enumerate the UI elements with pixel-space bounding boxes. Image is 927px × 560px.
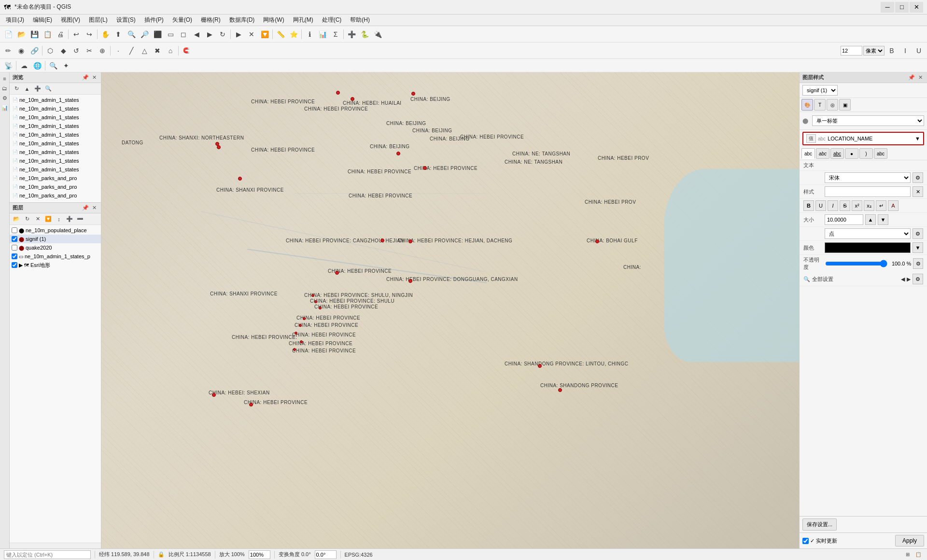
- filter-btn[interactable]: 🔽: [258, 28, 271, 41]
- font-unit-select[interactable]: 像素: [863, 46, 885, 56]
- browser-item-7[interactable]: 📄ne_10m_admin_1_states: [11, 156, 100, 165]
- zoom-layer-btn[interactable]: ◻: [177, 28, 190, 41]
- layers-side-icon[interactable]: ≡: [0, 74, 9, 83]
- value-field-row[interactable]: 值 abc LOCATION_NAME ▼: [802, 132, 924, 145]
- browser-item-3[interactable]: 📄ne_10m_admin_1_states: [11, 122, 100, 130]
- strikethrough-format-btn[interactable]: S: [840, 200, 850, 211]
- realtime-update-check[interactable]: ✓ 实时更新: [802, 537, 837, 545]
- quake-point-19[interactable]: [300, 340, 303, 343]
- location-input[interactable]: [4, 550, 91, 559]
- layers-close-btn[interactable]: ✕: [90, 204, 98, 212]
- browser-refresh-btn[interactable]: ↻: [12, 84, 21, 94]
- browser-item-8[interactable]: 📄ne_10m_admin_1_states: [11, 165, 100, 174]
- menu-item-w[interactable]: 网络(W): [259, 15, 288, 25]
- vector-btn[interactable]: ⬡: [44, 44, 56, 57]
- layer-checkbox-esri[interactable]: [12, 262, 17, 268]
- close-button[interactable]: ✕: [910, 2, 923, 13]
- quake-point-4[interactable]: [217, 145, 221, 149]
- save-as-btn[interactable]: 📋: [41, 28, 54, 41]
- identify-btn[interactable]: ℹ: [303, 28, 316, 41]
- spatial-bookmark-btn[interactable]: ⭐: [287, 28, 300, 41]
- layer-expand-esri[interactable]: ▶: [19, 262, 23, 268]
- font-unit-select[interactable]: 点: [825, 228, 911, 239]
- layer-item-admin1[interactable]: ▭ ne_10m_admin_1_states_p: [10, 252, 101, 261]
- quake-point-0[interactable]: [336, 91, 340, 95]
- stats-btn[interactable]: Σ: [329, 28, 342, 41]
- layers-filter-btn[interactable]: 🔽: [43, 214, 53, 224]
- quake-point-24[interactable]: [249, 403, 253, 406]
- abc-tab-0[interactable]: abc: [801, 148, 815, 159]
- opacity-slider[interactable]: [825, 262, 887, 266]
- browser-item-6[interactable]: 📄ne_10m_admin_1_states: [11, 148, 100, 156]
- merge-btn[interactable]: ⊕: [96, 44, 109, 57]
- quake-point-23[interactable]: [212, 393, 216, 397]
- bold-format-btn[interactable]: B: [803, 200, 814, 211]
- text-color-btn[interactable]: A: [888, 200, 899, 211]
- layer-item-signif[interactable]: ⬤ signif (1): [10, 235, 101, 243]
- refresh-btn[interactable]: ↻: [216, 28, 229, 41]
- quake-point-7[interactable]: [423, 166, 427, 170]
- font-size-down-btn[interactable]: ▼: [878, 214, 888, 225]
- right-panel-close-btn[interactable]: ✕: [916, 74, 924, 82]
- browser-item-11[interactable]: 📄ne_10m_parks_and_pro: [11, 191, 100, 200]
- status-log-btn[interactable]: 📋: [913, 550, 923, 560]
- realtime-checkbox[interactable]: [802, 538, 809, 544]
- save-project-btn[interactable]: 💾: [28, 28, 41, 41]
- superscript-btn[interactable]: x²: [852, 200, 862, 211]
- quake-point-10[interactable]: [595, 239, 599, 243]
- quake-point-9[interactable]: [408, 239, 412, 243]
- font-settings-btn[interactable]: ⚙: [913, 172, 923, 183]
- browser-filter-btn[interactable]: 🔍: [43, 84, 53, 94]
- browser-close-btn[interactable]: ✕: [90, 74, 98, 82]
- abc-tab-2[interactable]: abc: [830, 148, 844, 159]
- redo-btn[interactable]: ↪: [83, 28, 96, 41]
- style-layer-dropdown[interactable]: signif (1): [802, 85, 838, 96]
- add-layer-btn[interactable]: ➕: [345, 28, 358, 41]
- style-tab-diagram[interactable]: ◎: [827, 99, 838, 111]
- browser-side-icon[interactable]: 🗂: [0, 84, 9, 93]
- quake-point-13[interactable]: [311, 294, 314, 297]
- snapping-btn[interactable]: 🔗: [28, 44, 41, 57]
- menu-item-c[interactable]: 处理(C): [318, 15, 346, 25]
- plugin-btn[interactable]: 🔌: [371, 28, 384, 41]
- browser-item-2[interactable]: 📄ne_10m_admin_1_states: [11, 113, 100, 122]
- select-btn[interactable]: ▶: [232, 28, 245, 41]
- style-tab-3d[interactable]: ▣: [839, 99, 851, 111]
- quake-point-1[interactable]: [351, 97, 354, 101]
- quake-point-12[interactable]: [408, 279, 412, 283]
- search-btn[interactable]: 🔍: [47, 59, 59, 72]
- browser-item-0[interactable]: 📄ne_10m_admin_1_states: [11, 96, 100, 104]
- layer-checkbox-admin1[interactable]: [12, 253, 17, 259]
- menu-item-s[interactable]: 设置(S): [112, 15, 140, 25]
- save-settings-button[interactable]: 保存设置...: [802, 518, 837, 531]
- menu-item-o[interactable]: 矢量(O): [169, 15, 196, 25]
- abc-tab-5[interactable]: abc: [874, 148, 887, 159]
- browser-item-9[interactable]: 📄ne_10m_parks_and_pro: [11, 174, 100, 182]
- layers-remove-btn[interactable]: ✕: [33, 214, 42, 224]
- menu-item-v[interactable]: 视图(V): [57, 15, 84, 25]
- font-unit-settings-btn[interactable]: ⚙: [913, 228, 923, 239]
- zoom-selection-btn[interactable]: ▭: [164, 28, 177, 41]
- layer-checkbox-quake[interactable]: [12, 245, 17, 251]
- pan-map-btn[interactable]: ✋: [99, 28, 112, 41]
- browser-pin-btn[interactable]: 📌: [82, 74, 89, 82]
- delete-part-btn[interactable]: ✖: [151, 44, 164, 57]
- menu-item-j[interactable]: 项目(J): [2, 15, 28, 25]
- layer-item-populated[interactable]: ⬤ ne_10m_populated_place: [10, 226, 101, 235]
- undo-btn[interactable]: ↩: [70, 28, 83, 41]
- abc-tab-4[interactable]: ): [859, 148, 873, 159]
- layers-expand-btn[interactable]: ➕: [65, 214, 74, 224]
- subscript-btn[interactable]: x₂: [864, 200, 874, 211]
- right-panel-pin-btn[interactable]: 📌: [908, 74, 915, 82]
- quake-point-18[interactable]: [295, 332, 297, 335]
- quake-point-17[interactable]: [299, 324, 302, 327]
- font-family-select[interactable]: 宋体: [825, 172, 911, 183]
- quake-point-22[interactable]: [558, 388, 562, 392]
- abc-tab-1[interactable]: abc: [816, 148, 829, 159]
- layers-collapse-btn[interactable]: ➖: [75, 214, 85, 224]
- edit-btn[interactable]: ✏: [2, 44, 14, 57]
- stats-side-icon[interactable]: 📊: [0, 103, 9, 112]
- quake-point-11[interactable]: [335, 271, 339, 275]
- layers-open-btn[interactable]: 📂: [12, 214, 21, 224]
- measure-btn[interactable]: 📏: [274, 28, 287, 41]
